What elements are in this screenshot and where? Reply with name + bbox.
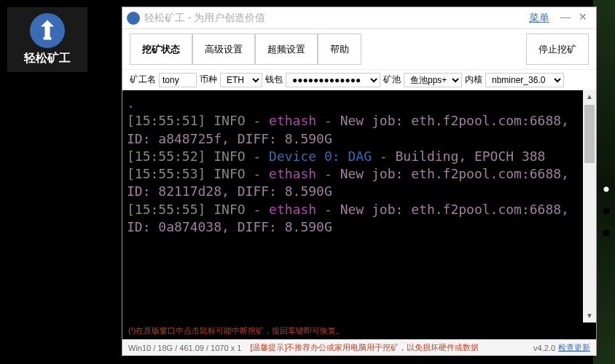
stop-mining-button[interactable]: 停止挖矿 [526,33,589,65]
config-bar: 矿工名 币种 ETH 钱包 ●●●●●●●●●●●●● 矿池 鱼池pps+ 内核… [122,70,596,90]
kernel-select[interactable]: nbminer_36.0 [485,73,564,87]
menu-button[interactable]: 菜单 [529,12,549,25]
console-output: . [15:55:51] INFO - ethash - New job: et… [122,90,583,323]
pool-select[interactable]: 鱼池pps+ [404,73,462,87]
miner-name-label: 矿工名 [130,74,156,86]
toolbar: 挖矿状态 高级设置 超频设置 帮助 停止挖矿 [122,29,596,70]
status-tip: [温馨提示]不推荐办公或家用电脑用于挖矿，以免损坏硬件或数据 [250,342,479,353]
check-update-link[interactable]: 检查更新 [558,342,590,353]
pool-label: 矿池 [383,74,401,86]
statusbar: Win10 / 18G / 461.09 / 1070 x 1 [温馨提示]不推… [122,339,596,355]
tab-mining-status[interactable]: 挖矿状态 [130,33,192,65]
app-logo-icon [127,12,140,25]
scroll-thumb[interactable] [584,105,595,163]
console-warning: (!)在原版窗口中点击鼠标可能中断挖矿，按回车键即可恢复。 [122,323,596,339]
wallet-label: 钱包 [265,74,283,86]
coin-select[interactable]: ETH [220,73,262,87]
console-area: . [15:55:51] INFO - ethash - New job: et… [122,90,596,323]
kernel-label: 内核 [465,74,482,86]
desktop-shortcut-label: 轻松矿工 [10,51,85,66]
console-scrollbar[interactable]: ▲ ▼ [583,90,596,323]
app-window: 轻松矿工 - 为用户创造价值 菜单 — ✕ 挖矿状态 高级设置 超频设置 帮助 … [122,7,597,356]
coin-label: 币种 [200,74,217,86]
scroll-up-icon[interactable]: ▲ [583,90,596,103]
close-button[interactable]: ✕ [574,11,592,25]
tab-advanced[interactable]: 高级设置 [192,33,255,65]
version-label: v4.2.0 [533,344,555,352]
miner-name-input[interactable] [159,73,197,87]
system-info: Win10 / 18G / 461.09 / 1070 x 1 [128,344,241,352]
desktop-shortcut-easyminer[interactable]: 轻松矿工 [7,7,87,72]
tab-help[interactable]: 帮助 [318,33,361,65]
easyminer-icon [30,13,65,48]
tab-overclock[interactable]: 超频设置 [255,33,318,65]
window-title: 轻松矿工 - 为用户创造价值 [144,12,529,25]
minimize-button[interactable]: — [557,11,574,25]
svg-rect-0 [44,37,52,40]
scroll-down-icon[interactable]: ▼ [583,309,596,323]
titlebar: 轻松矿工 - 为用户创造价值 菜单 — ✕ [122,7,596,29]
wallet-select[interactable]: ●●●●●●●●●●●●● [286,73,380,87]
